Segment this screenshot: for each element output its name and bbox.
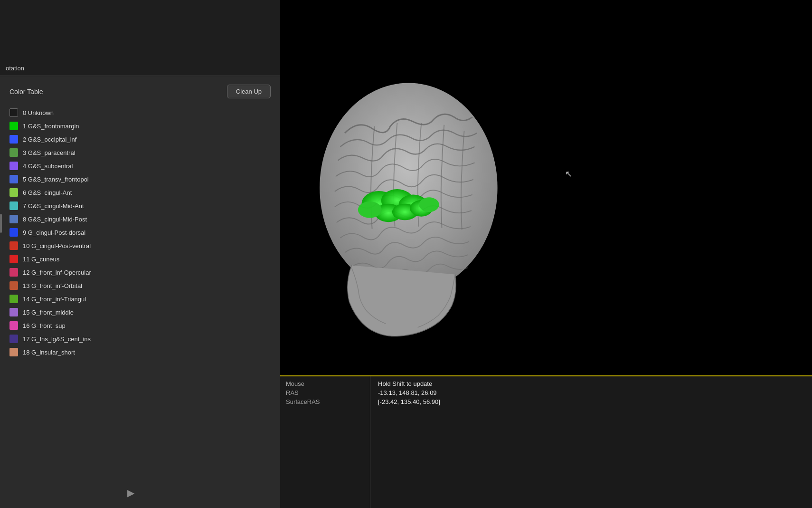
ras-label: RAS: [286, 389, 364, 396]
color-list-item[interactable]: 0 Unknown: [0, 106, 280, 119]
color-swatch: [9, 348, 18, 356]
color-swatch: [9, 308, 18, 316]
svg-point-7: [358, 201, 382, 218]
color-item-label: 4 G&S_subcentral: [23, 163, 73, 170]
color-item-label: 18 G_insular_short: [23, 349, 75, 356]
color-swatch: [9, 108, 18, 117]
3d-viewport[interactable]: ↖: [280, 0, 812, 375]
color-list-item[interactable]: 10 G_cingul-Post-ventral: [0, 239, 280, 252]
color-item-label: 15 G_front_middle: [23, 309, 74, 316]
color-swatch: [9, 255, 18, 263]
color-list-item[interactable]: 16 G_front_sup: [0, 319, 280, 332]
color-list-item[interactable]: 6 G&S_cingul-Ant: [0, 186, 280, 199]
color-item-label: 9 G_cingul-Post-dorsal: [23, 229, 85, 236]
top-bar: otation: [0, 0, 280, 76]
color-item-label: 2 G&S_occipital_inf: [23, 136, 76, 143]
color-list-item[interactable]: 15 G_front_middle: [0, 306, 280, 319]
mouse-label: Mouse: [286, 380, 364, 387]
status-right: Hold Shift to update -13.13, 148.81, 26.…: [370, 376, 812, 508]
color-item-label: 11 G_cuneus: [23, 256, 59, 263]
color-swatch: [9, 228, 18, 237]
color-item-label: 3 G&S_paracentral: [23, 149, 76, 156]
color-list-item[interactable]: 2 G&S_occipital_inf: [0, 133, 280, 146]
color-swatch: [9, 241, 18, 250]
color-item-label: 16 G_front_sup: [23, 322, 66, 329]
color-list-item[interactable]: 18 G_insular_short: [0, 345, 280, 359]
color-list-item[interactable]: 17 G_Ins_lg&S_cent_ins: [0, 332, 280, 345]
svg-point-0: [320, 83, 497, 293]
surface-ras-value: [-23.42, 135.40, 56.90]: [378, 398, 804, 405]
ras-value: -13.13, 148.81, 26.09: [378, 389, 804, 396]
left-panel: otation Color Table Clean Up 0 Unknown1 …: [0, 0, 280, 508]
color-list-item[interactable]: 3 G&S_paracentral: [0, 146, 280, 159]
color-item-label: 10 G_cingul-Post-ventral: [23, 242, 91, 249]
top-bar-title: otation: [6, 65, 24, 72]
color-list-item[interactable]: 8 G&S_cingul-Mid-Post: [0, 212, 280, 226]
color-swatch: [9, 135, 18, 144]
color-list-item[interactable]: 7 G&S_cingul-Mid-Ant: [0, 199, 280, 212]
hold-shift-text: Hold Shift to update: [378, 380, 804, 387]
color-table-label: Color Table: [9, 88, 43, 96]
color-swatch: [9, 175, 18, 183]
color-item-label: 14 G_front_inf-Triangul: [23, 296, 86, 303]
color-swatch: [9, 148, 18, 157]
color-list-item[interactable]: 13 G_front_inf-Orbital: [0, 279, 280, 292]
color-item-label: 6 G&S_cingul-Ant: [23, 189, 72, 196]
color-item-label: 1 G&S_frontomargin: [23, 123, 79, 130]
status-bar: Mouse RAS SurfaceRAS Hold Shift to updat…: [280, 375, 812, 508]
color-item-label: 13 G_front_inf-Orbital: [23, 282, 82, 289]
color-item-label: 17 G_Ins_lg&S_cent_ins: [23, 335, 91, 343]
status-left: Mouse RAS SurfaceRAS: [280, 376, 370, 508]
brain-svg: [299, 29, 527, 352]
color-item-label: 5 G&S_transv_frontopol: [23, 176, 89, 183]
color-swatch: [9, 268, 18, 277]
cleanup-button[interactable]: Clean Up: [227, 85, 271, 98]
color-swatch: [9, 122, 18, 130]
color-swatch: [9, 215, 18, 223]
expand-button[interactable]: ▶: [127, 487, 134, 498]
color-swatch: [9, 162, 18, 170]
cursor-icon: ↖: [565, 169, 572, 179]
color-list-item[interactable]: 5 G&S_transv_frontopol: [0, 173, 280, 186]
color-list-item[interactable]: 11 G_cuneus: [0, 252, 280, 266]
color-item-label: 12 G_front_inf-Opercular: [23, 269, 91, 276]
color-table-header: Color Table Clean Up: [0, 76, 280, 104]
svg-point-8: [419, 197, 439, 212]
surface-ras-label: SurfaceRAS: [286, 398, 364, 405]
color-item-label: 8 G&S_cingul-Mid-Post: [23, 216, 87, 223]
color-list-item[interactable]: 4 G&S_subcentral: [0, 159, 280, 173]
color-list-item[interactable]: 1 G&S_frontomargin: [0, 119, 280, 133]
color-list-item[interactable]: 12 G_front_inf-Opercular: [0, 266, 280, 279]
color-list-item[interactable]: 9 G_cingul-Post-dorsal: [0, 226, 280, 239]
color-item-label: 7 G&S_cingul-Mid-Ant: [23, 202, 84, 210]
color-swatch: [9, 281, 18, 290]
color-swatch: [9, 188, 18, 197]
scroll-indicator: [0, 214, 2, 233]
color-list-item[interactable]: 14 G_front_inf-Triangul: [0, 292, 280, 306]
color-list[interactable]: 0 Unknown1 G&S_frontomargin2 G&S_occipit…: [0, 104, 280, 508]
color-swatch: [9, 201, 18, 210]
color-swatch: [9, 335, 18, 343]
color-item-label: 0 Unknown: [23, 109, 54, 116]
color-swatch: [9, 295, 18, 303]
color-swatch: [9, 321, 18, 330]
